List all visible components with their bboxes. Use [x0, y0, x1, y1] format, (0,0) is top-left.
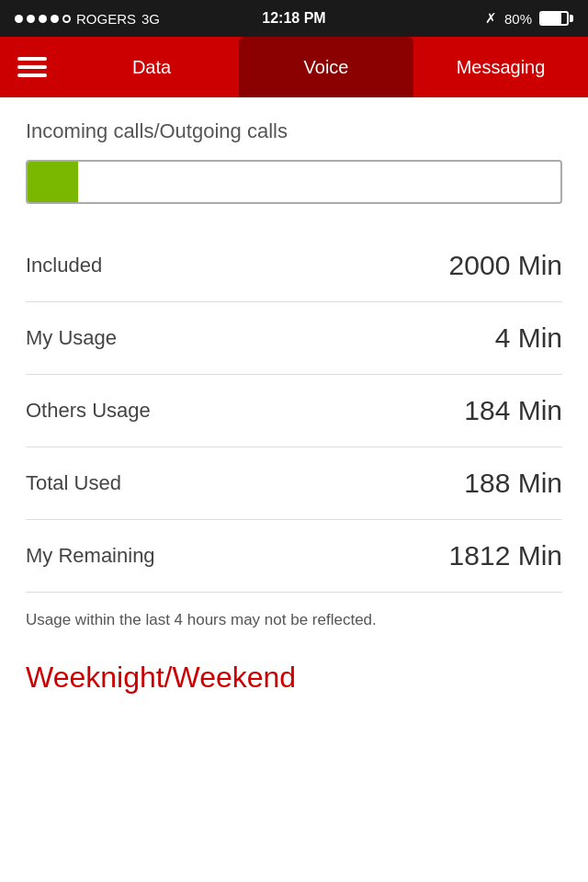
stat-row-total-used: Total Used 188 Min [26, 447, 562, 520]
subsection-title: Weeknight/Weekend [26, 661, 562, 695]
stat-label-total-used: Total Used [26, 471, 121, 495]
stat-value-my-remaining: 1812 Min [449, 540, 562, 571]
tab-data[interactable]: Data [64, 37, 239, 97]
stat-row-my-usage: My Usage 4 Min [26, 302, 562, 375]
battery-percent-label: 80% [504, 11, 532, 27]
section-title: Incoming calls/Outgoing calls [26, 119, 562, 143]
time-label: 12:18 PM [262, 10, 325, 27]
tab-messaging[interactable]: Messaging [413, 37, 588, 97]
status-left: ROGERS 3G [15, 11, 160, 27]
disclaimer-text: Usage within the last 4 hours may not be… [26, 593, 562, 653]
stat-row-included: Included 2000 Min [26, 230, 562, 302]
bluetooth-icon: ✗ [485, 10, 497, 27]
stat-value-others-usage: 184 Min [464, 395, 562, 426]
stat-label-included: Included [26, 254, 102, 277]
stat-value-total-used: 188 Min [464, 468, 562, 499]
signal-icon [15, 15, 71, 23]
network-type-label: 3G [141, 11, 160, 27]
nav-tabs: Data Voice Messaging [64, 37, 588, 97]
carrier-label: ROGERS [76, 11, 136, 27]
battery-icon [539, 11, 573, 26]
status-right: ✗ 80% [485, 10, 573, 27]
hamburger-icon [17, 65, 47, 69]
stat-value-my-usage: 4 Min [495, 322, 562, 354]
usage-progress-bar [26, 160, 562, 204]
status-bar: ROGERS 3G 12:18 PM ✗ 80% [0, 0, 588, 37]
stats-table: Included 2000 Min My Usage 4 Min Others … [26, 230, 562, 593]
hamburger-icon [17, 57, 47, 61]
progress-fill [28, 162, 78, 202]
stat-row-others-usage: Others Usage 184 Min [26, 375, 562, 447]
stat-label-others-usage: Others Usage [26, 399, 151, 423]
main-content: Incoming calls/Outgoing calls Included 2… [0, 97, 588, 695]
stat-label-my-usage: My Usage [26, 326, 117, 350]
stat-value-included: 2000 Min [449, 250, 562, 281]
menu-button[interactable] [0, 37, 64, 97]
hamburger-icon [17, 74, 47, 77]
stat-row-my-remaining: My Remaining 1812 Min [26, 520, 562, 593]
stat-label-my-remaining: My Remaining [26, 544, 155, 568]
nav-bar: Data Voice Messaging [0, 37, 588, 97]
tab-voice[interactable]: Voice [239, 37, 413, 97]
